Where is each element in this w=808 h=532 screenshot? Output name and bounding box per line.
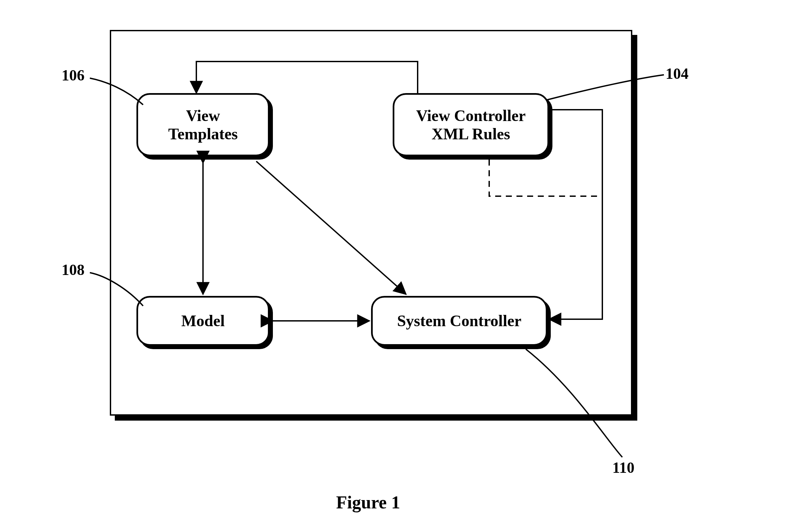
ref-108: 108 [61, 261, 85, 279]
box-label: View Controller XML Rules [416, 107, 526, 143]
box-view-templates: View Templates [136, 93, 270, 156]
box-label: Model [181, 311, 225, 330]
ref-110: 110 [612, 459, 634, 476]
box-model: Model [136, 296, 270, 346]
outer-frame [110, 30, 632, 416]
box-main: Model [136, 296, 270, 346]
box-main: View Controller XML Rules [393, 93, 549, 156]
box-view-controller: View Controller XML Rules [393, 93, 549, 156]
box-main: View Templates [136, 93, 270, 156]
figure-caption: Figure 1 [336, 492, 400, 513]
ref-106: 106 [61, 66, 85, 84]
ref-104: 104 [665, 65, 688, 82]
box-system-controller: System Controller [371, 296, 547, 346]
box-main: System Controller [371, 296, 547, 346]
diagram-canvas: View Templates View Controller XML Rules… [0, 0, 808, 532]
box-label: View Templates [168, 107, 238, 143]
box-label: System Controller [397, 311, 521, 330]
